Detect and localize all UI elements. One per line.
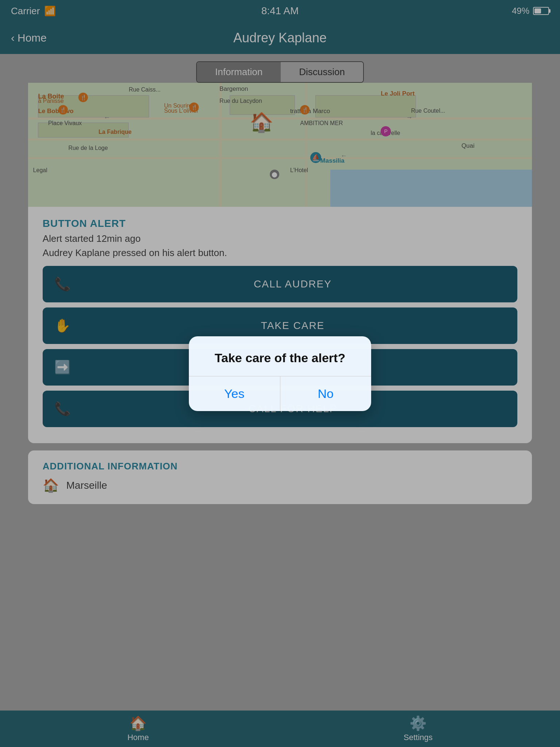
modal-yes-button[interactable]: Yes	[189, 376, 280, 411]
modal-overlay: Take care of the alert? Yes No	[0, 0, 560, 747]
modal-dialog: Take care of the alert? Yes No	[189, 336, 371, 411]
modal-title: Take care of the alert?	[189, 336, 371, 376]
modal-buttons: Yes No	[189, 376, 371, 411]
modal-no-button[interactable]: No	[280, 376, 372, 411]
